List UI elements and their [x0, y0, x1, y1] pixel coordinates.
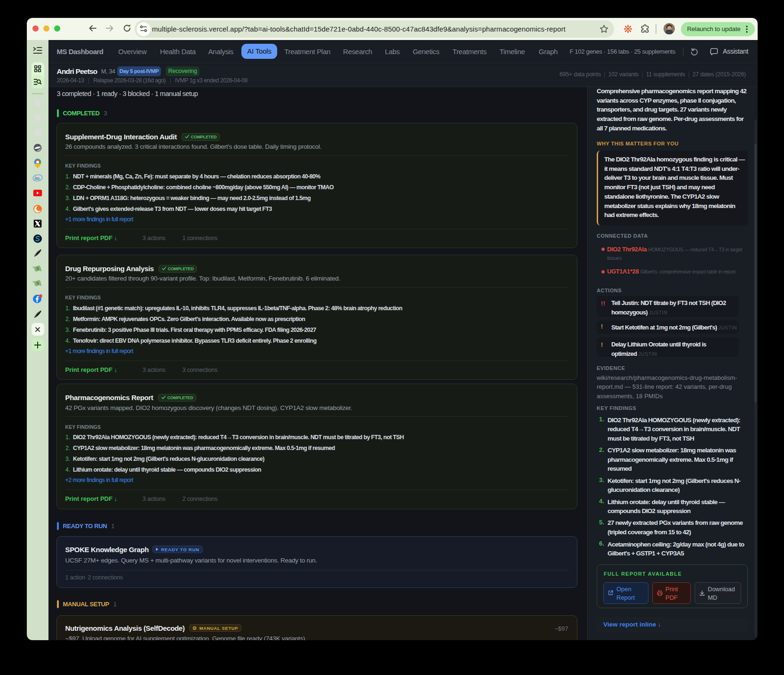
- svg-text:ita: ita: [35, 176, 40, 181]
